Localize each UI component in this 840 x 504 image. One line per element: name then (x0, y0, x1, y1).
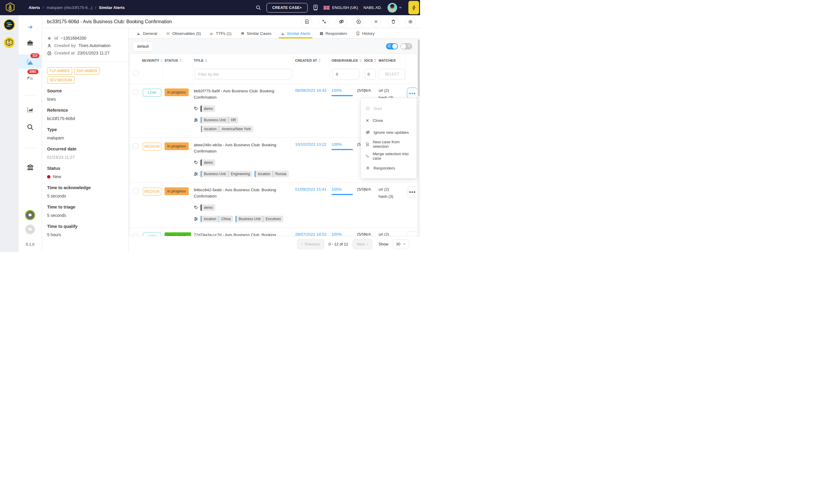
sort-icon (359, 59, 362, 62)
matches-select[interactable]: SELECT (379, 69, 405, 79)
col-iocs[interactable]: IOCS (363, 54, 378, 67)
col-status[interactable]: STATUS (163, 54, 193, 67)
menu-item-start[interactable]: Start (361, 103, 416, 114)
tab-history[interactable]: History (352, 28, 378, 38)
row-checkbox[interactable] (133, 233, 138, 236)
scrollbar-thumb[interactable] (418, 40, 420, 96)
observables-filter-input[interactable] (332, 69, 360, 79)
created-at-link[interactable]: 08/09/2022 14:42 (294, 87, 330, 94)
next-page-button[interactable]: Next › (353, 239, 372, 249)
created-at-link[interactable]: 28/07/2022 14:53 (294, 231, 330, 236)
settings-button[interactable] (405, 16, 416, 27)
start-button[interactable] (353, 16, 364, 27)
tag-icon (194, 160, 198, 165)
menu-item-merge[interactable]: Merge selection into case (361, 150, 416, 162)
col-observables[interactable]: OBSERVABLES (330, 54, 363, 67)
bee-org-avatar[interactable] (4, 37, 15, 48)
col-title[interactable]: TITLE (193, 54, 294, 67)
misp-status-icon[interactable] (25, 224, 35, 234)
sidebar-item-organisation[interactable] (18, 160, 42, 174)
menu-item-ignore-updates[interactable]: Ignore new updates (361, 126, 416, 138)
col-severity[interactable]: SEVERITY (141, 54, 163, 67)
table-row[interactable]: LOW False posit... 72d74a3a-cc7d - Avis … (130, 228, 417, 236)
col-created-at[interactable]: CREATED AT (294, 54, 330, 67)
menu-item-responders[interactable]: Responders (361, 162, 416, 174)
observables-pct[interactable]: 100% (331, 88, 342, 93)
attribute-chip[interactable]: Business UnitExcutives (235, 216, 283, 222)
row-checkbox[interactable] (133, 89, 138, 95)
search-icon[interactable] (256, 5, 261, 11)
severity-tag[interactable]: SEV:MEDIUM (47, 76, 74, 84)
vertical-scrollbar[interactable] (418, 39, 420, 236)
org-avatar[interactable] (3, 19, 15, 31)
delete-alert-button[interactable] (388, 16, 399, 27)
sidebar-item-tasks[interactable]: 1081 (18, 71, 42, 86)
ttq-label: Time to qualify (47, 224, 123, 229)
attribute-chip[interactable]: locationRussia (255, 171, 288, 177)
tlp-tag[interactable]: TLP:AMBER (47, 67, 72, 74)
view-preset-button[interactable]: default (133, 41, 153, 52)
sidebar-item-alerts[interactable]: 113 (18, 55, 42, 69)
expand-sidebar-button[interactable] (18, 20, 42, 34)
create-case-button[interactable]: CREATE CASE+ (266, 3, 308, 13)
title-filter-input[interactable] (194, 69, 292, 79)
new-case-from-alert-button[interactable] (301, 16, 312, 27)
observables-pct[interactable]: 100% (331, 187, 342, 192)
alert-title-link[interactable]: 72d74a3a-cc7d - Avis Business Club: Book… (194, 232, 293, 236)
attribute-chip[interactable]: Business UnitEngineering (200, 171, 252, 177)
created-at-label: Created at (54, 51, 74, 55)
row-actions-button[interactable]: ●●● (407, 186, 418, 197)
attribute-chip[interactable]: locationChina (200, 216, 233, 222)
alerts-count-badge: 113 (30, 53, 40, 58)
created-at-link[interactable]: 10/10/2022 13:22 (294, 141, 330, 148)
merge-into-case-button[interactable] (319, 16, 329, 27)
breadcrumb-alert-ref[interactable]: malspam (#bc33f175-6...) (47, 5, 92, 10)
row-checkbox[interactable] (133, 143, 138, 149)
table-filter-row: SELECT (130, 67, 417, 84)
menu-item-new-case[interactable]: New case from selection (361, 138, 416, 150)
auto-refresh-toggle[interactable] (386, 43, 398, 50)
user-menu[interactable] (387, 3, 402, 13)
menu-item-close[interactable]: Close (361, 114, 416, 126)
created-at-link[interactable]: 01/09/2022 15:41 (294, 186, 330, 193)
row-actions-button[interactable]: ●●● (407, 88, 418, 98)
row-actions-button[interactable]: ●●● (407, 231, 418, 236)
pap-tag[interactable]: PAP:AMBER (74, 67, 100, 74)
page-size-select[interactable]: 30 (393, 239, 409, 249)
alert-title-link[interactable]: abee248c-eb3a - Avis Business Club: Book… (194, 142, 293, 155)
tab-ttps[interactable]: TTPs (1) (206, 28, 235, 38)
select-all-checkbox[interactable] (133, 70, 138, 76)
cortex-status-icon[interactable] (25, 210, 35, 220)
tab-general[interactable]: General (133, 28, 161, 38)
occurred-date-label: Occurred date (47, 147, 123, 151)
col-matches[interactable]: MATCHES (378, 54, 406, 67)
lightning-button[interactable] (408, 1, 419, 14)
sidebar-item-cases[interactable] (18, 36, 42, 50)
close-icon (365, 119, 369, 122)
iocs-filter-input[interactable] (365, 69, 375, 79)
previous-page-button[interactable]: ‹ Previous (297, 239, 324, 249)
language-selector[interactable]: ENGLISH (UK) (323, 5, 358, 10)
alert-title-link[interactable]: bb92f775-9a9f - Avis Business Club: Book… (194, 88, 293, 101)
alert-title-link[interactable]: 94bcc642-5edd - Avis Business Club: Book… (194, 187, 293, 200)
observables-pct[interactable]: 100% (331, 142, 342, 147)
attribute-chip[interactable]: Business UnitHR (200, 117, 239, 123)
close-alert-button[interactable] (370, 16, 381, 27)
iocs-value: N/A (363, 87, 378, 94)
tab-observables[interactable]: Observables (5) (162, 28, 205, 38)
filters-toggle[interactable] (400, 43, 412, 50)
table-row[interactable]: MEDIUM In progress 94bcc642-5edd - Avis … (130, 183, 417, 228)
breadcrumb: Alerts / malspam (#bc33f175-6...) / Simi… (29, 5, 125, 10)
ignore-updates-button[interactable] (336, 16, 347, 27)
notebook-icon[interactable] (313, 4, 318, 11)
tab-similar-alerts[interactable]: Similar Alerts (277, 28, 314, 38)
thehive-logo[interactable] (0, 0, 20, 15)
tab-responders[interactable]: Responders (316, 28, 351, 38)
breadcrumb-alerts[interactable]: Alerts (29, 5, 40, 10)
observables-pct[interactable]: 100% (331, 232, 342, 236)
tab-similar-cases[interactable]: Similar Cases (237, 28, 275, 38)
sidebar-item-search[interactable] (18, 120, 42, 134)
sidebar-item-dashboards[interactable] (18, 103, 42, 117)
attribute-chip[interactable]: locationAmerica/New York (201, 126, 253, 132)
row-checkbox[interactable] (133, 188, 138, 194)
